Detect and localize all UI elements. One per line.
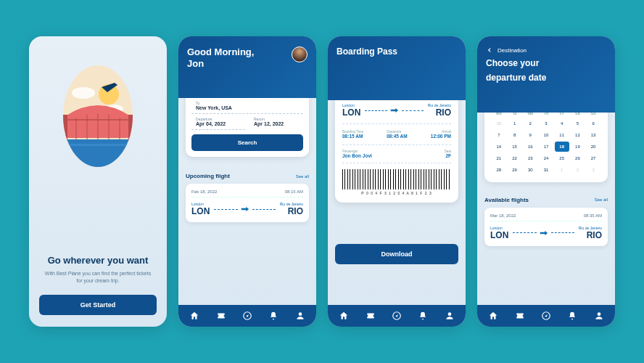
back-link[interactable]: Destination <box>486 46 606 54</box>
bell-icon[interactable] <box>567 311 577 321</box>
calendar-day[interactable]: 10 <box>539 130 553 140</box>
calendar-day[interactable]: 5 <box>571 118 585 129</box>
svg-point-3 <box>72 87 95 99</box>
calendar-day[interactable]: 8 <box>508 130 522 140</box>
dp-header: Destination Choose your departure date <box>477 36 615 113</box>
calendar-day[interactable]: 11 <box>555 130 569 140</box>
flight-date: Mar 18, 2022 <box>490 213 516 218</box>
arr-time: 12:00 PM <box>431 134 451 139</box>
calendar-day[interactable]: 20 <box>586 142 600 152</box>
calendar-day[interactable]: 24 <box>539 153 553 163</box>
compass-icon[interactable] <box>242 311 252 321</box>
calendar-day[interactable]: 14 <box>492 142 506 152</box>
calendar-day[interactable]: 18 <box>555 142 569 152</box>
bell-icon[interactable] <box>268 311 278 321</box>
user-icon[interactable] <box>594 311 604 321</box>
departure-field[interactable]: Departure Apr 04, 2022 <box>191 114 245 130</box>
onboarding-body: Go wherever you want With Best Plane you… <box>29 182 167 327</box>
calendar-day[interactable]: 17 <box>539 142 553 152</box>
bp-title: Boarding Pass <box>337 46 457 57</box>
svg-point-20 <box>597 312 600 316</box>
calendar-day[interactable]: 1 <box>555 165 569 175</box>
onboarding-screen: Go wherever you want With Best Plane you… <box>29 36 167 327</box>
flight-date: Feb 18, 2022 <box>191 189 217 194</box>
search-button[interactable]: Search <box>191 134 303 151</box>
to-field[interactable]: To New York, USA <box>191 98 303 114</box>
calendar-day[interactable]: 1 <box>508 118 522 129</box>
calendar-day[interactable]: 12 <box>571 130 585 140</box>
available-flight-card[interactable]: Mar 18, 2022 08:35 AM London LON Rio de … <box>484 208 608 246</box>
route-line <box>214 204 275 214</box>
get-started-button[interactable]: Get Started <box>39 295 157 315</box>
home-icon[interactable] <box>339 311 349 321</box>
ticket-icon[interactable] <box>366 311 376 321</box>
compass-icon[interactable] <box>392 311 402 321</box>
home-icon[interactable] <box>488 311 498 321</box>
download-button[interactable]: Download <box>335 244 458 264</box>
calendar-day[interactable]: 27 <box>586 153 600 163</box>
calendar-day[interactable]: 2 <box>571 165 585 175</box>
calendar-day[interactable]: 22 <box>508 153 522 163</box>
svg-point-16 <box>298 312 302 316</box>
user-icon[interactable] <box>445 311 455 321</box>
pax-name: Jon Bon Jovi <box>342 153 372 158</box>
ticket-icon[interactable] <box>515 311 525 321</box>
calendar-day[interactable]: 3 <box>586 165 600 175</box>
dp-heading2: departure date <box>486 73 606 83</box>
available-section: Available flights See all Mar 18, 2022 0… <box>484 197 608 246</box>
return-field[interactable]: Return Apr 12, 2022 <box>249 114 303 130</box>
avatar[interactable] <box>292 46 307 62</box>
user-icon[interactable] <box>295 311 305 321</box>
ticket-icon[interactable] <box>216 311 226 321</box>
see-all-link[interactable]: See all <box>296 174 309 179</box>
back-label: Destination <box>498 47 527 54</box>
onboarding-subtitle: With Best Plane you can find the perfect… <box>44 270 152 285</box>
seat-value: 2F <box>445 153 451 158</box>
calendar-grid: MoTuWeThFrSaSu28123456789101112131415161… <box>492 110 600 175</box>
onboarding-illustration <box>29 36 167 182</box>
calendar-day[interactable]: 3 <box>539 118 553 129</box>
boarding-time: 08:15 AM <box>342 134 363 139</box>
bottom-nav <box>477 305 615 327</box>
calendar-day[interactable]: 15 <box>508 142 522 152</box>
calendar-day[interactable]: 6 <box>586 118 600 129</box>
calendar-day[interactable]: 28 <box>492 165 506 175</box>
calendar-day[interactable]: 29 <box>508 165 522 175</box>
calendar-day[interactable]: 21 <box>492 153 506 163</box>
route-line <box>513 228 574 238</box>
return-value: Apr 12, 2022 <box>254 121 299 126</box>
compass-icon[interactable] <box>541 311 551 321</box>
datepicker-screen: Destination Choose your departure date M… <box>477 36 615 327</box>
onboarding-title: Go wherever you want <box>48 255 149 266</box>
dp-heading1: Choose your <box>486 58 606 68</box>
upcoming-section: Upcoming flight See all Feb 18, 2022 08:… <box>186 173 309 222</box>
calendar-day[interactable]: 26 <box>571 153 585 163</box>
calendar-day[interactable]: 19 <box>571 142 585 152</box>
calendar-day[interactable]: 2 <box>523 118 537 129</box>
upcoming-title: Upcoming flight <box>186 173 230 179</box>
calendar-day[interactable]: 9 <box>523 130 537 140</box>
see-all-link[interactable]: See all <box>595 197 608 202</box>
greeting-line1: Good Morning, <box>187 46 307 58</box>
calendar-day[interactable]: 31 <box>539 165 553 175</box>
home-icon[interactable] <box>189 311 199 321</box>
flight-time: 08:15 AM <box>285 189 303 194</box>
calendar-day[interactable]: 16 <box>523 142 537 152</box>
calendar-day[interactable]: 30 <box>523 165 537 175</box>
bottom-nav <box>328 305 466 327</box>
calendar-day[interactable]: 28 <box>492 118 506 129</box>
calendar-day[interactable]: 23 <box>523 153 537 163</box>
from-code: LON <box>490 230 508 240</box>
calendar-day[interactable]: 7 <box>492 130 506 140</box>
to-code: RIO <box>280 206 303 216</box>
upcoming-flight-card[interactable]: Feb 18, 2022 08:15 AM London LON Rio de … <box>186 184 309 222</box>
available-title: Available flights <box>484 197 529 203</box>
calendar-day[interactable]: 13 <box>586 130 600 140</box>
plane-icon <box>539 228 549 238</box>
from-code: LON <box>191 206 210 216</box>
bp-header: Boarding Pass <box>328 36 466 100</box>
bell-icon[interactable] <box>418 311 428 321</box>
calendar-day[interactable]: 25 <box>555 153 569 163</box>
calendar-day[interactable]: 4 <box>555 118 569 129</box>
plane-icon <box>389 105 400 115</box>
